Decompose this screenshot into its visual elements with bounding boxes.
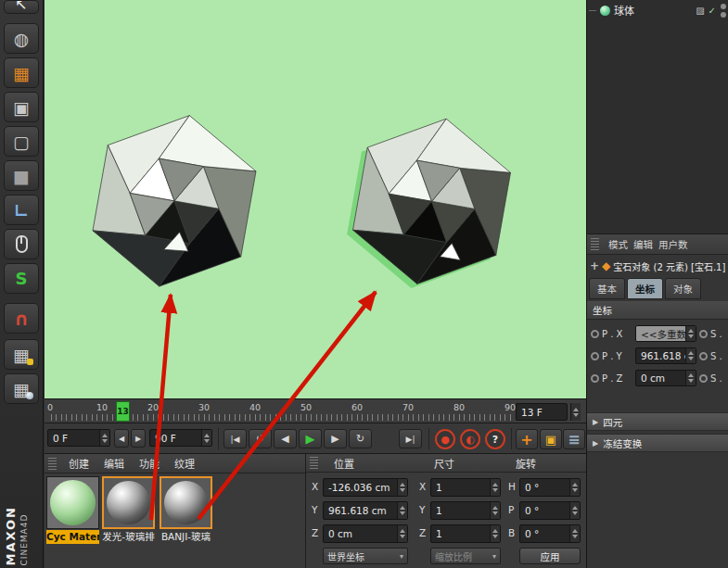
tab-object[interactable]: 对象 (665, 278, 701, 299)
range-spin-right-button[interactable]: ▶ (131, 429, 146, 448)
px-field[interactable]: <<多重数 (635, 325, 696, 342)
pos-z-field[interactable]: 0 cm (323, 524, 408, 543)
help-button[interactable]: ? (485, 429, 505, 449)
material-label[interactable]: BANJI-玻璃 (160, 530, 212, 544)
move-tool-button[interactable]: + (516, 429, 538, 449)
object-manager[interactable]: 球体 ▨ ✓ (587, 0, 728, 234)
size-y-stepper[interactable] (490, 502, 500, 519)
visibility-dots[interactable] (720, 3, 727, 18)
object-label[interactable]: 球体 (614, 3, 692, 18)
range-start-stepper[interactable] (99, 430, 109, 446)
panel-grip[interactable] (310, 457, 318, 469)
timeline-ruler[interactable]: 0 10 20 30 40 50 60 70 80 90 13 13 F (45, 398, 586, 423)
apply-button[interactable]: 应用 (519, 548, 581, 564)
rot-b-field[interactable]: 0 ° (519, 524, 581, 543)
menu-edit[interactable]: 编辑 (633, 237, 653, 251)
rot-b-stepper[interactable] (569, 525, 580, 542)
texture-tag-icon[interactable]: ▨ (696, 6, 704, 16)
frame-stepper[interactable] (570, 403, 581, 421)
rot-h-field[interactable]: 0 ° (519, 478, 581, 497)
magnet-tool-icon[interactable]: ∩ (4, 303, 39, 334)
menu-function[interactable]: 功能 (133, 454, 166, 473)
prev-frame-button[interactable]: ◀ (274, 429, 297, 448)
pz-stepper[interactable] (685, 371, 696, 385)
panel-menu-button[interactable]: ≡ (563, 429, 585, 449)
playhead-marker[interactable]: 13 (116, 401, 130, 422)
menu-userdata[interactable]: 用户数 (658, 237, 688, 251)
menu-mode[interactable]: 模式 (608, 237, 628, 251)
enabled-check-icon[interactable]: ✓ (709, 6, 716, 16)
range-end-stepper[interactable] (201, 430, 211, 446)
goto-start-button[interactable]: |◀ (224, 429, 247, 448)
gem-right[interactable] (339, 107, 524, 292)
py-stepper[interactable] (685, 348, 696, 363)
size-x-stepper[interactable] (490, 479, 500, 496)
points-mode-icon[interactable]: ▣ (4, 92, 39, 122)
range-spin-left-button[interactable]: ◀ (114, 429, 129, 448)
py-field[interactable]: 961.618 c (635, 347, 696, 364)
pos-y-stepper[interactable] (397, 502, 407, 519)
grid-lock-tool-icon[interactable]: ▦ (4, 339, 39, 370)
material-thumbnail-green[interactable] (46, 476, 99, 529)
pz-field[interactable]: 0 cm (635, 370, 696, 386)
material-thumbnail-glass-2[interactable] (160, 476, 212, 529)
range-start-field[interactable]: 0 F (47, 429, 110, 447)
keyframe-ring-icon[interactable] (591, 352, 599, 360)
scale-mode-dropdown[interactable]: 缩放比例 ▾ (430, 548, 501, 564)
keyframe-ring-icon[interactable] (699, 374, 708, 383)
grid-sphere-tool-icon[interactable]: ▦ (4, 373, 39, 404)
section-quaternion[interactable]: ▶ 四元 (587, 412, 728, 431)
rot-p-field[interactable]: 0 ° (519, 501, 581, 520)
menu-texture[interactable]: 纹理 (168, 454, 201, 473)
material-thumbnail-glass-1[interactable] (102, 476, 155, 529)
next-frame-button[interactable]: ▶ (324, 429, 347, 448)
viewport[interactable] (45, 0, 586, 398)
rot-h-stepper[interactable] (569, 479, 580, 496)
menu-edit[interactable]: 编辑 (97, 454, 131, 473)
object-row-sphere[interactable]: 球体 ▨ ✓ (589, 2, 727, 19)
current-frame-field[interactable]: 13 F (516, 403, 568, 421)
edges-mode-icon[interactable]: ▢ (4, 126, 39, 157)
axis-mode-icon[interactable]: ∟ (4, 195, 39, 225)
array-grid-icon[interactable]: ▦ (4, 57, 39, 88)
cursor-tool-icon[interactable]: ↖ (4, 0, 39, 14)
keyframe-ring-icon[interactable] (591, 330, 599, 338)
mouse-tool-icon[interactable] (4, 229, 39, 259)
coord-space-dropdown[interactable]: 世界坐标 ▾ (323, 548, 408, 564)
gem-left[interactable] (79, 104, 270, 295)
size-y-field[interactable]: 1 (430, 501, 501, 520)
pos-y-field[interactable]: 961.618 cm (323, 501, 408, 520)
loop-mode-button[interactable]: ↻ (349, 429, 372, 448)
panel-grip[interactable] (591, 238, 599, 250)
size-z-field[interactable]: 1 (430, 524, 501, 543)
play-loop-button[interactable]: ↺ (249, 429, 272, 448)
keyframe-ring-icon[interactable] (591, 374, 599, 383)
pos-x-stepper[interactable] (397, 479, 407, 496)
polygons-mode-icon[interactable]: ■ (4, 160, 39, 191)
rot-p-stepper[interactable] (569, 502, 580, 519)
autokey-button[interactable]: ◐ (460, 429, 480, 449)
goto-end-button[interactable]: ▶| (399, 429, 422, 448)
panel-grip[interactable] (48, 458, 57, 470)
key-box-button[interactable]: ▣ (540, 429, 562, 449)
snap-tool-icon[interactable]: S (4, 263, 39, 294)
coordinates-panel: 位置 尺寸 旋转 X -126.036 cm X 1 H 0 ° Y 961.6… (306, 454, 586, 568)
play-button[interactable]: ▶ (299, 429, 322, 448)
range-end-field[interactable]: 90 F (149, 429, 212, 447)
tab-coordinates[interactable]: 坐标 (627, 278, 663, 299)
material-label[interactable]: Cyc Materi (46, 530, 99, 544)
size-z-stepper[interactable] (490, 525, 500, 542)
render-settings-icon[interactable]: ◍ (4, 23, 39, 54)
record-keyframe-button[interactable]: ● (435, 429, 455, 449)
px-stepper[interactable] (685, 326, 696, 341)
tab-basic[interactable]: 基本 (589, 278, 625, 299)
pos-x-field[interactable]: -126.036 cm (323, 478, 408, 497)
keyframe-ring-icon[interactable] (699, 352, 708, 360)
pz-label: P . Z (602, 373, 632, 384)
size-x-field[interactable]: 1 (430, 478, 501, 497)
section-freeze-transform[interactable]: ▶ 冻结变换 (587, 434, 728, 452)
keyframe-ring-icon[interactable] (699, 330, 708, 338)
menu-create[interactable]: 创建 (62, 454, 96, 473)
pos-z-stepper[interactable] (397, 525, 407, 542)
material-label[interactable]: 发光-玻璃排 (102, 530, 155, 544)
